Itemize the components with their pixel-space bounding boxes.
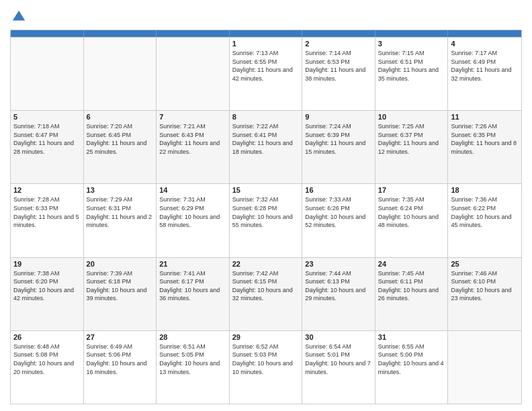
day-number-r1-c1: 6 [87, 113, 154, 121]
day-number-r2-c2: 14 [159, 186, 226, 194]
logo [10, 9, 26, 24]
cal-cell-r3-c4: 23Sunrise: 7:44 AM Sunset: 6:13 PM Dayli… [302, 258, 375, 330]
day-info-r1-c5: Sunrise: 7:25 AM Sunset: 6:37 PM Dayligh… [378, 122, 445, 156]
day-number-r2-c0: 12 [13, 186, 81, 194]
day-number-r4-c5: 31 [378, 333, 445, 341]
day-info-r4-c1: Sunrise: 6:49 AM Sunset: 5:06 PM Dayligh… [87, 342, 154, 376]
cal-cell-r1-c4: 9Sunrise: 7:24 AM Sunset: 6:39 PM Daylig… [302, 111, 375, 183]
day-info-r3-c2: Sunrise: 7:41 AM Sunset: 6:17 PM Dayligh… [159, 269, 226, 303]
day-number-r1-c4: 9 [305, 113, 372, 121]
day-info-r3-c3: Sunrise: 7:42 AM Sunset: 6:15 PM Dayligh… [232, 269, 300, 303]
cal-cell-r4-c4: 30Sunrise: 6:54 AM Sunset: 5:01 PM Dayli… [302, 331, 375, 404]
cal-cell-r0-c6: 4Sunrise: 7:17 AM Sunset: 6:49 PM Daylig… [448, 38, 521, 110]
day-number-r4-c0: 26 [13, 333, 81, 341]
cal-row-4: 26Sunrise: 6:48 AM Sunset: 5:08 PM Dayli… [11, 330, 521, 404]
day-number-r2-c3: 15 [232, 186, 300, 194]
cal-cell-r2-c4: 16Sunrise: 7:33 AM Sunset: 6:26 PM Dayli… [302, 184, 375, 257]
day-number-r2-c1: 13 [87, 186, 154, 194]
day-info-r0-c3: Sunrise: 7:13 AM Sunset: 6:55 PM Dayligh… [232, 49, 300, 83]
day-info-r0-c4: Sunrise: 7:14 AM Sunset: 6:53 PM Dayligh… [305, 49, 372, 83]
day-info-r2-c3: Sunrise: 7:32 AM Sunset: 6:28 PM Dayligh… [232, 195, 300, 229]
day-number-r3-c1: 20 [87, 260, 154, 268]
day-info-r3-c0: Sunrise: 7:38 AM Sunset: 6:20 PM Dayligh… [13, 269, 81, 303]
day-number-r3-c3: 22 [232, 260, 300, 268]
day-info-r1-c2: Sunrise: 7:21 AM Sunset: 6:43 PM Dayligh… [159, 122, 226, 156]
day-info-r3-c1: Sunrise: 7:39 AM Sunset: 6:18 PM Dayligh… [87, 269, 154, 303]
day-info-r4-c0: Sunrise: 6:48 AM Sunset: 5:08 PM Dayligh… [13, 342, 81, 376]
cal-cell-r1-c6: 11Sunrise: 7:26 AM Sunset: 6:35 PM Dayli… [448, 111, 521, 183]
cal-cell-r3-c3: 22Sunrise: 7:42 AM Sunset: 6:15 PM Dayli… [230, 258, 303, 330]
header-thursday [302, 30, 375, 37]
day-number-r1-c0: 5 [13, 113, 81, 121]
day-number-r0-c6: 4 [451, 40, 519, 48]
cal-cell-r4-c2: 28Sunrise: 6:51 AM Sunset: 5:05 PM Dayli… [157, 331, 230, 404]
calendar-body: 1Sunrise: 7:13 AM Sunset: 6:55 PM Daylig… [11, 37, 521, 404]
day-number-r0-c3: 1 [232, 40, 300, 48]
cal-cell-r3-c6: 25Sunrise: 7:46 AM Sunset: 6:10 PM Dayli… [448, 258, 521, 330]
day-number-r1-c3: 8 [232, 113, 300, 121]
cal-row-0: 1Sunrise: 7:13 AM Sunset: 6:55 PM Daylig… [11, 37, 521, 110]
cal-cell-r0-c5: 3Sunrise: 7:15 AM Sunset: 6:51 PM Daylig… [375, 38, 449, 110]
cal-cell-r0-c4: 2Sunrise: 7:14 AM Sunset: 6:53 PM Daylig… [302, 38, 375, 110]
cal-cell-r4-c3: 29Sunrise: 6:52 AM Sunset: 5:03 PM Dayli… [230, 331, 303, 404]
page: 1Sunrise: 7:13 AM Sunset: 6:55 PM Daylig… [0, 0, 532, 411]
day-info-r2-c2: Sunrise: 7:31 AM Sunset: 6:29 PM Dayligh… [159, 195, 226, 229]
day-info-r3-c4: Sunrise: 7:44 AM Sunset: 6:13 PM Dayligh… [305, 269, 372, 303]
header-friday [375, 30, 449, 37]
day-info-r3-c5: Sunrise: 7:45 AM Sunset: 6:11 PM Dayligh… [378, 269, 445, 303]
header-monday [84, 30, 157, 37]
day-number-r3-c6: 25 [451, 260, 519, 268]
day-info-r4-c4: Sunrise: 6:54 AM Sunset: 5:01 PM Dayligh… [305, 342, 372, 376]
day-number-r2-c5: 17 [378, 186, 445, 194]
cal-cell-r4-c5: 31Sunrise: 6:55 AM Sunset: 5:00 PM Dayli… [375, 331, 449, 404]
day-number-r4-c3: 29 [232, 333, 300, 341]
day-number-r1-c2: 7 [159, 113, 226, 121]
cal-cell-r2-c6: 18Sunrise: 7:36 AM Sunset: 6:22 PM Dayli… [448, 184, 521, 257]
day-info-r2-c5: Sunrise: 7:35 AM Sunset: 6:24 PM Dayligh… [378, 195, 445, 229]
cal-cell-r0-c2 [157, 38, 230, 110]
day-info-r1-c1: Sunrise: 7:20 AM Sunset: 6:45 PM Dayligh… [87, 122, 154, 156]
day-number-r4-c4: 30 [305, 333, 372, 341]
day-info-r3-c6: Sunrise: 7:46 AM Sunset: 6:10 PM Dayligh… [451, 269, 519, 303]
day-number-r3-c4: 23 [305, 260, 372, 268]
cal-row-1: 5Sunrise: 7:18 AM Sunset: 6:47 PM Daylig… [11, 110, 521, 183]
header-wednesday [230, 30, 303, 37]
day-number-r4-c2: 28 [159, 333, 226, 341]
day-info-r2-c0: Sunrise: 7:28 AM Sunset: 6:33 PM Dayligh… [13, 195, 81, 229]
day-info-r1-c3: Sunrise: 7:22 AM Sunset: 6:41 PM Dayligh… [232, 122, 300, 156]
cal-cell-r2-c5: 17Sunrise: 7:35 AM Sunset: 6:24 PM Dayli… [375, 184, 449, 257]
cal-cell-r3-c5: 24Sunrise: 7:45 AM Sunset: 6:11 PM Dayli… [375, 258, 449, 330]
day-number-r3-c5: 24 [378, 260, 445, 268]
day-number-r2-c4: 16 [305, 186, 372, 194]
cal-cell-r2-c0: 12Sunrise: 7:28 AM Sunset: 6:33 PM Dayli… [11, 184, 84, 257]
day-info-r1-c4: Sunrise: 7:24 AM Sunset: 6:39 PM Dayligh… [305, 122, 372, 156]
cal-cell-r4-c1: 27Sunrise: 6:49 AM Sunset: 5:06 PM Dayli… [84, 331, 157, 404]
day-number-r2-c6: 18 [451, 186, 519, 194]
cal-cell-r0-c0 [11, 38, 84, 110]
day-info-r4-c5: Sunrise: 6:55 AM Sunset: 5:00 PM Dayligh… [378, 342, 445, 376]
cal-cell-r1-c3: 8Sunrise: 7:22 AM Sunset: 6:41 PM Daylig… [230, 111, 303, 183]
day-info-r2-c1: Sunrise: 7:29 AM Sunset: 6:31 PM Dayligh… [87, 195, 154, 229]
day-info-r2-c6: Sunrise: 7:36 AM Sunset: 6:22 PM Dayligh… [451, 195, 519, 229]
cal-row-3: 19Sunrise: 7:38 AM Sunset: 6:20 PM Dayli… [11, 257, 521, 330]
cal-cell-r3-c2: 21Sunrise: 7:41 AM Sunset: 6:17 PM Dayli… [157, 258, 230, 330]
day-info-r0-c5: Sunrise: 7:15 AM Sunset: 6:51 PM Dayligh… [378, 49, 445, 83]
logo-icon [11, 9, 26, 24]
svg-marker-0 [13, 11, 25, 21]
cal-cell-r3-c1: 20Sunrise: 7:39 AM Sunset: 6:18 PM Dayli… [84, 258, 157, 330]
day-info-r1-c0: Sunrise: 7:18 AM Sunset: 6:47 PM Dayligh… [13, 122, 81, 156]
calendar: 1Sunrise: 7:13 AM Sunset: 6:55 PM Daylig… [10, 30, 522, 404]
cal-cell-r0-c3: 1Sunrise: 7:13 AM Sunset: 6:55 PM Daylig… [230, 38, 303, 110]
day-info-r0-c6: Sunrise: 7:17 AM Sunset: 6:49 PM Dayligh… [451, 49, 519, 83]
cal-cell-r4-c6 [448, 331, 521, 404]
day-info-r4-c2: Sunrise: 6:51 AM Sunset: 5:05 PM Dayligh… [159, 342, 226, 376]
day-number-r1-c5: 10 [378, 113, 445, 121]
day-number-r3-c2: 21 [159, 260, 226, 268]
cal-cell-r0-c1 [84, 38, 157, 110]
cal-cell-r2-c2: 14Sunrise: 7:31 AM Sunset: 6:29 PM Dayli… [157, 184, 230, 257]
cal-cell-r1-c2: 7Sunrise: 7:21 AM Sunset: 6:43 PM Daylig… [157, 111, 230, 183]
cal-cell-r1-c1: 6Sunrise: 7:20 AM Sunset: 6:45 PM Daylig… [84, 111, 157, 183]
cal-cell-r2-c3: 15Sunrise: 7:32 AM Sunset: 6:28 PM Dayli… [230, 184, 303, 257]
day-info-r2-c4: Sunrise: 7:33 AM Sunset: 6:26 PM Dayligh… [305, 195, 372, 229]
cal-cell-r3-c0: 19Sunrise: 7:38 AM Sunset: 6:20 PM Dayli… [11, 258, 84, 330]
